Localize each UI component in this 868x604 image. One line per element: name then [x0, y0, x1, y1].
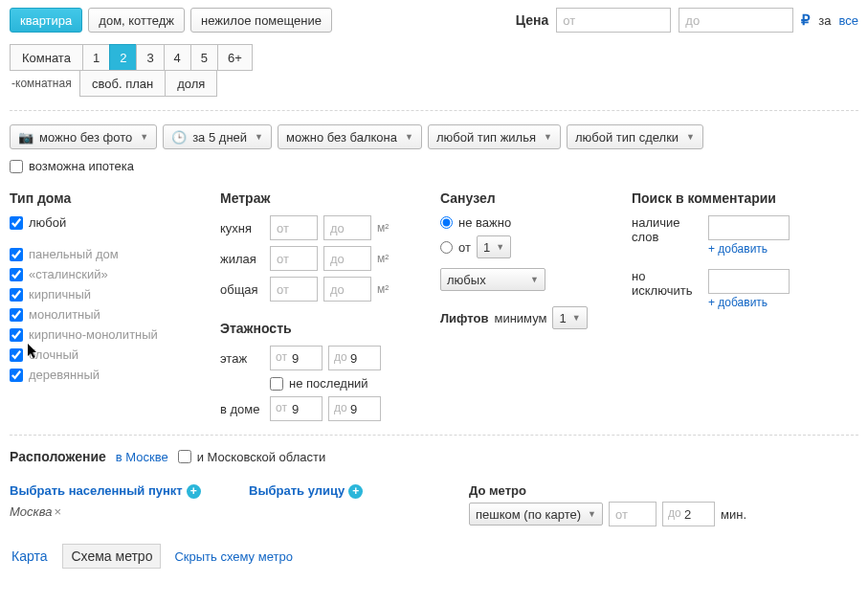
metro-from-input[interactable]	[609, 502, 657, 526]
house-mono-checkbox[interactable]	[10, 308, 23, 322]
metro-mode-value: пешком (по карте)	[476, 507, 581, 522]
region-label: и Московской области	[197, 450, 325, 464]
comments-title: Поиск в комментарии	[632, 190, 823, 206]
to-metro-title: До метро	[469, 483, 858, 498]
filter-days[interactable]: 🕒за 5 дней▼	[163, 124, 272, 149]
house-wood-checkbox[interactable]	[10, 369, 23, 382]
mortgage-label: возможна ипотека	[29, 159, 134, 173]
bath-from-label: от	[458, 240, 471, 255]
floor-label: этаж	[220, 351, 264, 366]
rooms-3[interactable]: 3	[136, 44, 164, 71]
floors-title: Этажность	[220, 321, 412, 336]
filter-photo[interactable]: 📷можно без фото▼	[10, 124, 157, 149]
plus-icon[interactable]: +	[187, 484, 201, 499]
minutes-label: мин.	[721, 507, 746, 522]
notlast-checkbox[interactable]	[270, 377, 283, 391]
area-title: Метраж	[220, 190, 412, 206]
filter-housing-type[interactable]: любой тип жилья▼	[428, 124, 561, 149]
price-to-input[interactable]	[679, 8, 793, 33]
area-unit: м²	[377, 221, 389, 235]
comments-has-add[interactable]: + добавить	[708, 242, 790, 256]
bath-nomatter-radio[interactable]	[440, 216, 453, 229]
rooms-label-cell: Комната	[10, 44, 83, 71]
bath-type-value: любых	[447, 273, 486, 287]
house-stalin-checkbox[interactable]	[10, 268, 23, 281]
filter-balcony[interactable]: можно без балкона▼	[278, 124, 422, 149]
lifts-title: Лифтов	[440, 311, 488, 325]
kitchen-from-input[interactable]	[270, 215, 318, 240]
rooms-1[interactable]: 1	[82, 44, 110, 71]
lifts-select[interactable]: 1▼	[552, 306, 587, 329]
bath-count-value: 1	[483, 240, 490, 255]
region-checkbox[interactable]	[178, 450, 191, 463]
kitchen-to-input[interactable]	[323, 215, 371, 240]
rooms-share[interactable]: доля	[165, 70, 217, 97]
chevron-down-icon: ▼	[140, 132, 148, 142]
total-from-input[interactable]	[270, 277, 318, 302]
chevron-down-icon: ▼	[544, 132, 552, 142]
comments-exclude-input[interactable]	[708, 269, 790, 294]
house-type-title: Тип дома	[10, 190, 191, 206]
rooms-4[interactable]: 4	[164, 44, 191, 71]
bath-count-select[interactable]: 1▼	[477, 235, 511, 258]
comments-exclude-add[interactable]: + добавить	[708, 296, 790, 309]
rooms-freeplan[interactable]: своб. план	[79, 70, 166, 97]
filter-deal-type[interactable]: любой тип сделки▼	[567, 124, 703, 149]
maptab-map[interactable]: Карта	[10, 545, 49, 568]
mortgage-checkbox[interactable]	[10, 160, 23, 173]
bath-type-select[interactable]: любых▼	[440, 268, 545, 291]
comments-has-input[interactable]	[708, 215, 790, 240]
hide-scheme-link[interactable]: Скрыть схему метро	[174, 549, 292, 564]
choose-street-link[interactable]: Выбрать улицу	[249, 483, 345, 498]
price-label: Цена	[516, 12, 548, 28]
choose-city-link[interactable]: Выбрать населенный пункт	[10, 483, 183, 498]
house-panel-checkbox[interactable]	[10, 248, 23, 261]
area-unit: м²	[377, 252, 389, 265]
total-to-input[interactable]	[323, 277, 371, 302]
price-all-link[interactable]: все	[839, 13, 859, 28]
tab-apartment[interactable]: квартира	[10, 8, 82, 33]
inhouse-from-prefix: от	[276, 401, 287, 414]
house-any-checkbox[interactable]	[10, 216, 23, 230]
city-remove-icon[interactable]: ×	[54, 504, 61, 519]
house-brickmono-label: кирпично-монолитный	[29, 327, 158, 342]
location-title: Расположение	[10, 449, 106, 464]
ruble-icon[interactable]: ₽	[801, 11, 811, 29]
filter-housing-label: любой тип жилья	[436, 130, 536, 145]
rooms-6plus[interactable]: 6+	[217, 44, 253, 71]
price-from-input[interactable]	[556, 8, 671, 33]
rooms-group: Комната 1 2 3 4 5 6+	[10, 44, 858, 71]
in-moscow-link[interactable]: в Москве	[116, 450, 168, 464]
city-tag: Москва	[10, 504, 52, 519]
inhouse-label: в доме	[220, 402, 264, 416]
rooms-suffix: -комнатная	[10, 77, 80, 90]
living-to-input[interactable]	[323, 246, 371, 271]
lifts-min-label: минимум	[494, 311, 546, 325]
tab-house[interactable]: дом, коттедж	[88, 8, 185, 33]
floor-from-prefix: от	[276, 350, 287, 364]
chevron-down-icon: ▼	[588, 509, 596, 519]
bath-nomatter-label: не важно	[458, 215, 511, 230]
maptab-scheme[interactable]: Схема метро	[62, 544, 161, 569]
inhouse-to-prefix: до	[334, 401, 347, 414]
bath-from-radio[interactable]	[440, 241, 453, 254]
metro-mode-select[interactable]: пешком (по карте)▼	[469, 503, 603, 526]
filter-days-label: за 5 дней	[192, 130, 247, 145]
living-from-input[interactable]	[270, 246, 318, 271]
comments-exclude-label: но исключить	[632, 269, 699, 298]
filter-deal-label: любой тип сделки	[575, 130, 679, 145]
clock-icon: 🕒	[171, 130, 187, 145]
plus-icon[interactable]: +	[348, 484, 363, 499]
house-block-checkbox[interactable]	[10, 348, 23, 362]
house-mono-label: монолитный	[29, 307, 100, 322]
house-brick-checkbox[interactable]	[10, 288, 23, 302]
house-brickmono-checkbox[interactable]	[10, 328, 23, 342]
house-stalin-label: «сталинский»	[29, 267, 108, 281]
house-block-label: блочный	[29, 347, 78, 362]
rooms-5[interactable]: 5	[190, 44, 218, 71]
house-brick-label: кирпичный	[29, 287, 91, 302]
chevron-down-icon: ▼	[496, 242, 504, 252]
tab-nonresidential[interactable]: нежилое помещение	[190, 8, 332, 33]
rooms-2[interactable]: 2	[109, 44, 137, 71]
area-unit: м²	[377, 282, 389, 296]
